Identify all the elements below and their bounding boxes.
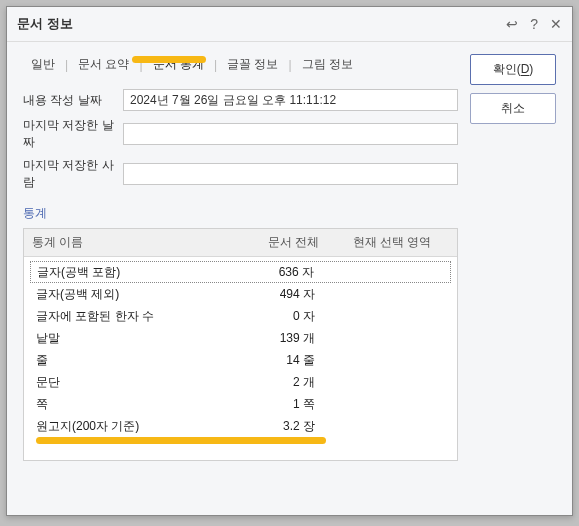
dialog-body: 일반 | 문서 요약 | 문서 통계 | 글꼴 정보 | 그림 정보 내용 작성… xyxy=(7,42,572,515)
stats-section-label: 통계 xyxy=(23,205,458,222)
help-icon[interactable]: ? xyxy=(530,16,538,32)
saved-date-label: 마지막 저장한 날짜 xyxy=(23,117,123,151)
titlebar-controls: ↩ ? ✕ xyxy=(506,16,562,32)
stat-value: 3.2 장 xyxy=(205,418,315,435)
stats-table: 통계 이름 문서 전체 현재 선택 영역 글자(공백 포함) 636 자 글자(… xyxy=(23,228,458,461)
tab-summary[interactable]: 문서 요약 xyxy=(70,54,137,75)
ok-button-suffix: ) xyxy=(529,62,533,76)
stat-name: 글자에 포함된 한자 수 xyxy=(36,308,205,325)
stat-name: 줄 xyxy=(36,352,205,369)
stat-name: 낱말 xyxy=(36,330,205,347)
stat-value: 2 개 xyxy=(205,374,315,391)
stat-value: 14 줄 xyxy=(205,352,315,369)
ok-button[interactable]: 확인(D) xyxy=(470,54,556,85)
row-highlight xyxy=(36,437,326,444)
table-row[interactable]: 글자(공백 제외) 494 자 xyxy=(30,283,451,305)
stat-name: 원고지(200자 기준) xyxy=(36,418,205,435)
stat-value: 139 개 xyxy=(205,330,315,347)
stats-header-selection: 현재 선택 영역 xyxy=(327,229,457,256)
stat-name: 글자(공백 제외) xyxy=(36,286,205,303)
document-info-dialog: 문서 정보 ↩ ? ✕ 일반 | 문서 요약 | 문서 통계 | 글꼴 정보 |… xyxy=(6,6,573,516)
tab-font[interactable]: 글꼴 정보 xyxy=(219,54,286,75)
tab-separator: | xyxy=(63,58,70,72)
table-row[interactable]: 글자에 포함된 한자 수 0 자 xyxy=(30,305,451,327)
stats-body: 글자(공백 포함) 636 자 글자(공백 제외) 494 자 글자에 포함된 … xyxy=(24,257,457,460)
cancel-button[interactable]: 취소 xyxy=(470,93,556,124)
saved-date-input[interactable] xyxy=(123,123,458,145)
table-row[interactable]: 낱말 139 개 xyxy=(30,327,451,349)
active-tab-highlight xyxy=(132,56,206,63)
tab-separator: | xyxy=(212,58,219,72)
tab-separator: | xyxy=(286,58,293,72)
field-row-created: 내용 작성 날짜 xyxy=(23,89,458,111)
ok-button-prefix: 확인( xyxy=(493,62,521,76)
field-row-saved-date: 마지막 저장한 날짜 xyxy=(23,117,458,151)
stats-header: 통계 이름 문서 전체 현재 선택 영역 xyxy=(24,229,457,257)
stat-value: 0 자 xyxy=(205,308,315,325)
saved-by-input[interactable] xyxy=(123,163,458,185)
tab-image[interactable]: 그림 정보 xyxy=(294,54,361,75)
table-row[interactable]: 쪽 1 쪽 xyxy=(30,393,451,415)
stat-value: 494 자 xyxy=(205,286,315,303)
table-row[interactable]: 문단 2 개 xyxy=(30,371,451,393)
table-row[interactable]: 원고지(200자 기준) 3.2 장 xyxy=(30,415,451,437)
stat-value: 1 쪽 xyxy=(205,396,315,413)
table-row[interactable]: 줄 14 줄 xyxy=(30,349,451,371)
stat-name: 쪽 xyxy=(36,396,205,413)
created-date-label: 내용 작성 날짜 xyxy=(23,92,123,109)
stat-name: 문단 xyxy=(36,374,205,391)
table-row[interactable]: 글자(공백 포함) 636 자 xyxy=(30,261,451,283)
close-icon[interactable]: ✕ xyxy=(550,16,562,32)
stat-name: 글자(공백 포함) xyxy=(37,264,204,281)
main-panel: 일반 | 문서 요약 | 문서 통계 | 글꼴 정보 | 그림 정보 내용 작성… xyxy=(23,54,458,503)
tab-general[interactable]: 일반 xyxy=(23,54,63,75)
stat-value: 636 자 xyxy=(204,264,314,281)
field-group: 내용 작성 날짜 마지막 저장한 날짜 마지막 저장한 사람 xyxy=(23,89,458,191)
return-icon[interactable]: ↩ xyxy=(506,16,518,32)
created-date-input[interactable] xyxy=(123,89,458,111)
field-row-saved-by: 마지막 저장한 사람 xyxy=(23,157,458,191)
stats-header-doc: 문서 전체 xyxy=(217,229,327,256)
titlebar: 문서 정보 ↩ ? ✕ xyxy=(7,7,572,42)
stats-header-name: 통계 이름 xyxy=(24,229,217,256)
side-buttons: 확인(D) 취소 xyxy=(470,54,556,503)
saved-by-label: 마지막 저장한 사람 xyxy=(23,157,123,191)
tab-bar: 일반 | 문서 요약 | 문서 통계 | 글꼴 정보 | 그림 정보 xyxy=(23,54,458,75)
dialog-title: 문서 정보 xyxy=(17,15,506,33)
